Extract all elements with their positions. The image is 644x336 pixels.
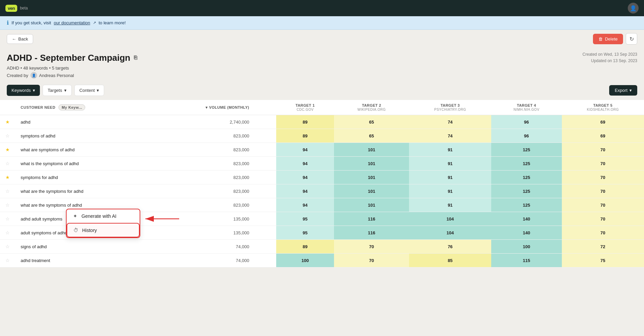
star-icon[interactable]: ☆ bbox=[5, 244, 10, 249]
star-cell[interactable]: ☆ bbox=[0, 129, 15, 143]
target5-cell: 70 bbox=[562, 184, 644, 198]
target1-cell: 94 bbox=[276, 143, 334, 157]
target5-cell: 70 bbox=[562, 171, 644, 184]
edit-icon[interactable]: ⎘ bbox=[134, 55, 137, 61]
refresh-button[interactable]: ↻ bbox=[626, 33, 637, 45]
table-row: ★ symptoms for adhd 823,000 94 101 91 12… bbox=[0, 171, 644, 184]
campaign-creator: Created by 👤 Andreas Personal bbox=[7, 72, 637, 79]
star-icon[interactable]: ☆ bbox=[5, 161, 10, 166]
tab-targets[interactable]: Targets ▾ bbox=[43, 85, 72, 96]
keyword-cell: what is the symptoms of adhd bbox=[15, 157, 130, 171]
export-button[interactable]: Export ▾ bbox=[609, 85, 637, 96]
creator-name: Andreas Personal bbox=[39, 73, 74, 78]
star-icon[interactable]: ☆ bbox=[5, 230, 10, 235]
tab-keywords[interactable]: Keywords ▾ bbox=[7, 85, 40, 96]
user-avatar[interactable]: 👤 bbox=[628, 3, 639, 14]
volume-sort-icon: ▾ bbox=[206, 105, 208, 109]
star-cell[interactable]: ☆ bbox=[0, 198, 15, 212]
target3-cell: 104 bbox=[409, 212, 491, 226]
created-by-prefix: Created by bbox=[7, 73, 28, 78]
external-link-icon: ↗ bbox=[93, 21, 96, 25]
target2-cell: 70 bbox=[334, 254, 409, 267]
target4-cell: 125 bbox=[491, 198, 562, 212]
target1-cell: 89 bbox=[276, 115, 334, 129]
history-label: History bbox=[82, 228, 97, 233]
volume-label: VOLUME (MONTHLY) bbox=[209, 105, 249, 109]
target4-cell: 125 bbox=[491, 157, 562, 171]
volume-cell: 823,000 bbox=[130, 198, 276, 212]
targets-chevron-icon: ▾ bbox=[64, 88, 67, 93]
created-on-text: Created on Wed, 13 Sep 2023 bbox=[582, 51, 637, 58]
target3-cell: 104 bbox=[409, 226, 491, 240]
star-icon[interactable]: ★ bbox=[5, 147, 10, 152]
keywords-chevron-icon: ▾ bbox=[33, 88, 35, 93]
target2-cell: 101 bbox=[334, 171, 409, 184]
star-cell[interactable]: ☆ bbox=[0, 240, 15, 254]
star-icon[interactable]: ★ bbox=[5, 175, 10, 180]
target4-cell: 96 bbox=[491, 129, 562, 143]
target1-cell: 89 bbox=[276, 240, 334, 254]
banner-text-suffix: to learn more! bbox=[99, 20, 126, 25]
star-cell[interactable]: ☆ bbox=[0, 254, 15, 267]
logo-area: ven beta bbox=[5, 5, 28, 12]
star-cell[interactable]: ☆ bbox=[0, 212, 15, 226]
star-cell[interactable]: ★ bbox=[0, 171, 15, 184]
star-cell[interactable]: ★ bbox=[0, 115, 15, 129]
filter-badge[interactable]: My Keyw... bbox=[58, 104, 85, 110]
star-cell[interactable]: ☆ bbox=[0, 157, 15, 171]
volume-header: ▾ VOLUME (MONTHLY) bbox=[130, 100, 276, 115]
star-icon[interactable]: ☆ bbox=[5, 216, 10, 222]
keyword-count: 48 keywords bbox=[23, 66, 48, 71]
keyword-cell: adhd bbox=[15, 115, 130, 129]
customer-need-header: CUSTOMER NEED My Keyw... bbox=[15, 100, 130, 115]
campaign-title-text: ADHD - September Campaign bbox=[7, 53, 130, 63]
logo-badge: ven bbox=[5, 5, 17, 12]
star-icon[interactable]: ☆ bbox=[5, 188, 10, 194]
export-chevron-icon: ▾ bbox=[629, 88, 632, 93]
target4-cell: 140 bbox=[491, 226, 562, 240]
keyword-cell: symptons of adhd bbox=[15, 129, 130, 143]
target5-header: TARGET 5 KIDSHEALTH.ORG bbox=[562, 100, 644, 115]
doc-link[interactable]: our documentation bbox=[54, 20, 90, 25]
star-icon[interactable]: ☆ bbox=[5, 133, 10, 138]
target2-cell: 65 bbox=[334, 115, 409, 129]
table-row: ☆ what are the symptoms for adhd 823,000… bbox=[0, 184, 644, 198]
star-icon[interactable]: ☆ bbox=[5, 258, 10, 263]
campaign-title: ADHD - September Campaign ⎘ bbox=[7, 53, 137, 63]
target2-cell: 116 bbox=[334, 212, 409, 226]
star-icon[interactable]: ★ bbox=[5, 119, 10, 125]
star-col-header bbox=[0, 100, 15, 115]
volume-cell: 823,000 bbox=[130, 143, 276, 157]
star-cell[interactable]: ☆ bbox=[0, 226, 15, 240]
target2-cell: 65 bbox=[334, 129, 409, 143]
info-icon: ℹ bbox=[7, 20, 9, 26]
target1-header: TARGET 1 CDC.GOV bbox=[276, 100, 334, 115]
volume-cell: 823,000 bbox=[130, 157, 276, 171]
target4-cell: 96 bbox=[491, 115, 562, 129]
target4-cell: 115 bbox=[491, 254, 562, 267]
delete-label: Delete bbox=[605, 36, 618, 42]
target1-cell: 95 bbox=[276, 212, 334, 226]
star-cell[interactable]: ☆ bbox=[0, 184, 15, 198]
target5-label: TARGET 5 bbox=[593, 103, 613, 107]
data-table: CUSTOMER NEED My Keyw... ▾ VOLUME (MONTH… bbox=[0, 100, 644, 267]
generate-ai-item[interactable]: ✦ Generate with AI bbox=[67, 209, 140, 223]
target5-cell: 70 bbox=[562, 226, 644, 240]
delete-button[interactable]: 🗑 Delete bbox=[593, 34, 623, 44]
target3-cell: 91 bbox=[409, 198, 491, 212]
table-row: ☆ adhd treatment 74,000 100 70 85 115 75 bbox=[0, 254, 644, 267]
history-item[interactable]: ⏱ History bbox=[67, 223, 140, 237]
updated-on-text: Updated on 13 Sep. 2023 bbox=[582, 58, 637, 64]
target4-domain: NIMH.NIH.GOV bbox=[497, 108, 556, 111]
table-row: ☆ what is the symptoms of adhd 823,000 9… bbox=[0, 157, 644, 171]
back-button[interactable]: ← Back bbox=[7, 34, 33, 44]
target2-cell: 116 bbox=[334, 226, 409, 240]
star-icon[interactable]: ☆ bbox=[5, 202, 10, 208]
star-cell[interactable]: ★ bbox=[0, 143, 15, 157]
top-nav: ven beta 👤 bbox=[0, 0, 644, 16]
content-label: Content bbox=[79, 88, 95, 93]
tab-content[interactable]: Content ▾ bbox=[74, 85, 104, 96]
toolbar: ← Back 🗑 Delete ↻ bbox=[0, 30, 644, 48]
target4-header: TARGET 4 NIMH.NIH.GOV bbox=[491, 100, 562, 115]
target3-cell: 91 bbox=[409, 184, 491, 198]
